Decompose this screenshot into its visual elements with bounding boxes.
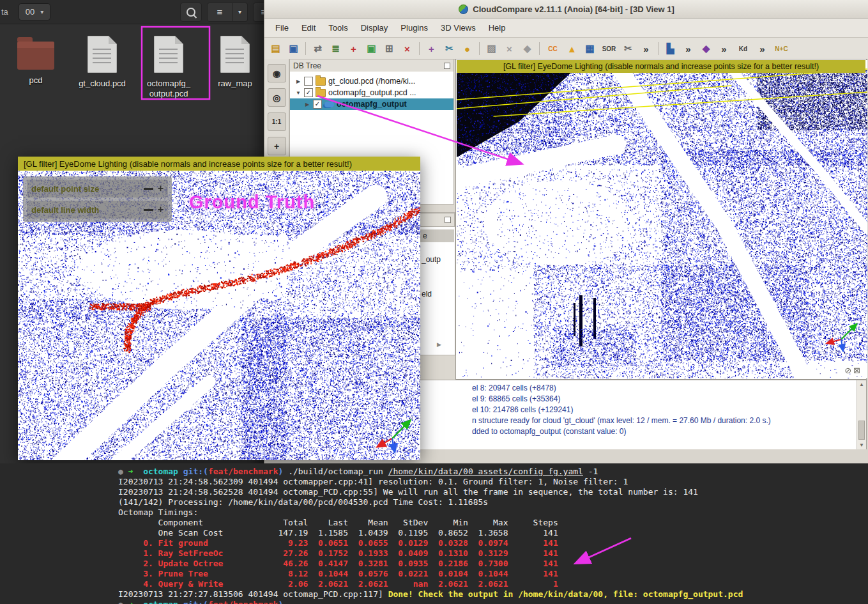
menu-3d-views[interactable]: 3D Views (435, 20, 482, 35)
menu-tools[interactable]: Tools (323, 20, 353, 35)
terminal-window[interactable]: ● ➜ octomap git:(feat/benchmark) ./build… (0, 463, 868, 604)
increase-icon[interactable]: + (158, 205, 164, 215)
console-icon[interactable]: ≣ (328, 41, 344, 57)
terminal-line: Component Total Last Mean StDev Min Max … (118, 518, 868, 528)
axes-gizmo (373, 412, 415, 454)
scroll-up-icon[interactable]: ▲ (857, 380, 866, 389)
hud-label: default point size (31, 184, 139, 194)
terminal-line: ● ➜ octomap git:(feat/benchmark) ./build… (118, 467, 868, 477)
overflow2-icon[interactable]: » (680, 41, 696, 57)
tree-folder-icon (316, 89, 326, 97)
console-scrollbar[interactable]: ▲ ▼ (857, 380, 866, 449)
title-bar[interactable]: CloudCompare v2.11.1 (Anoia) [64-bit] - … (264, 0, 868, 19)
tree-item[interactable]: ▼✓octomapfg_output.pcd ... (290, 87, 453, 98)
kd-tree-icon[interactable]: Kd (734, 41, 752, 57)
normals-icon[interactable]: N+C (772, 41, 791, 57)
global-shift-icon[interactable]: ⇄ (310, 41, 326, 57)
hud-row: default line width+ (27, 201, 168, 219)
menu-display[interactable]: Display (355, 20, 394, 35)
cross-icon[interactable]: × (501, 41, 517, 57)
location-button[interactable]: 00 ▾ (19, 3, 51, 20)
main-3d-view[interactable]: [GL filter] EyeDome Lighting (disable no… (455, 59, 867, 380)
tree-item-label: gt_cloud.pcd (/home/ki... (328, 77, 415, 86)
terminal-line: 0. Fit ground 9.23 0.0651 0.0655 0.0129 … (118, 538, 868, 548)
terminal-line: ● ➜ octomap git:(feat/benchmark) (118, 600, 868, 604)
file-label: octomapfg_ output.pcd (147, 79, 190, 100)
expander-icon[interactable]: ▶ (304, 102, 310, 107)
list-view-button[interactable]: ≡ (207, 3, 232, 22)
point-picking-icon[interactable]: + (423, 41, 439, 57)
cc-plugin-icon[interactable]: CC (544, 41, 562, 57)
canupo-icon[interactable]: ◆ (698, 41, 714, 57)
overflow4-icon[interactable]: » (754, 41, 770, 57)
terminal-line: 4. Query & Write 2.06 2.0621 2.0621 nan … (118, 579, 868, 589)
camera-icon[interactable]: ◉ (268, 64, 286, 82)
delete-icon[interactable]: × (399, 41, 415, 57)
menu-bar: FileEditToolsDisplayPlugins3D ViewsHelp (264, 19, 868, 38)
terminal-line: 1. Ray SetFreeOc 27.26 0.1752 0.1933 0.0… (118, 548, 868, 559)
decrease-icon[interactable] (144, 188, 153, 190)
tree-item-label: octomapfg_output.pcd ... (328, 88, 416, 97)
overflow3-icon[interactable]: » (716, 41, 732, 57)
noise-filter-icon[interactable]: ✂ (620, 41, 636, 57)
scroll-down-icon[interactable]: ▼ (857, 441, 866, 449)
clone-icon[interactable]: ▣ (363, 41, 379, 57)
window-title: CloudCompare v2.11.1 (Anoia) [64-bit] - … (473, 4, 674, 14)
folder-icon (17, 42, 54, 70)
expander-icon[interactable]: ▶ (295, 79, 301, 84)
search-button[interactable] (180, 3, 202, 22)
chevron-down-icon: ▾ (238, 8, 241, 15)
open-icon[interactable]: ▤ (268, 41, 284, 57)
property-fragment: _outp (422, 255, 441, 264)
expander-icon[interactable]: ▼ (295, 90, 301, 96)
tree-item[interactable]: ▶✓octomapfg_output (290, 98, 453, 110)
point-cloud-render[interactable] (457, 60, 867, 378)
menu-plugins[interactable]: Plugins (395, 20, 434, 35)
db-tree-header: DB Tree (289, 59, 454, 73)
tree-item-label: octomapfg_output (337, 100, 407, 109)
add-cloud-icon[interactable]: + (346, 41, 362, 57)
overflow-icon[interactable]: » (638, 41, 654, 57)
visibility-checkbox[interactable] (304, 77, 313, 86)
view-options-button[interactable]: ▾ (232, 3, 248, 22)
sphere-icon[interactable]: ● (459, 41, 475, 57)
undock-icon[interactable] (444, 63, 450, 69)
decrease-icon[interactable] (144, 209, 153, 211)
zoom-fit-icon[interactable]: + (268, 137, 286, 155)
sor-filter-icon[interactable]: SOR (600, 41, 618, 57)
hud-row: default point size+ (27, 180, 168, 197)
toolbar-separator (539, 42, 540, 55)
tree-item[interactable]: ▶gt_cloud.pcd (/home/ki... (290, 75, 453, 87)
file-grid: pcdgt_cloud.pcdoctomapfg_ output.pcdraw_… (0, 24, 264, 100)
menu-edit[interactable]: Edit (296, 20, 321, 35)
merge-icon[interactable]: ⊞ (381, 41, 397, 57)
scroll-thumb[interactable] (858, 421, 865, 440)
checker-icon[interactable]: ▦ (582, 41, 598, 57)
scroll-right-icon[interactable]: ▶ (437, 341, 441, 348)
console-line: dded to octomapfg_output (constant value… (472, 426, 855, 437)
view-corner-toggles-icon[interactable]: ⊘⊠ (844, 366, 862, 375)
app-logo-icon (459, 4, 468, 14)
file-raw-map[interactable]: raw_map (206, 36, 264, 100)
tools-icon[interactable]: ◆ (519, 41, 535, 57)
visibility-checkbox[interactable]: ✓ (304, 88, 313, 97)
save-icon[interactable]: ▣ (286, 41, 301, 57)
main-toolbar: ▤▣⇄≣+▣⊞×+✂●▨×◆CC▲▦SOR✂»▙»◆»Kd»N+C (264, 38, 868, 60)
histogram-icon[interactable]: ▙ (662, 41, 678, 57)
terminal-line: 2. Update Octree 46.26 0.4147 0.3281 0.0… (118, 559, 868, 569)
file-octomapfg[interactable]: octomapfg_ output.pcd (139, 36, 198, 100)
menu-help[interactable]: Help (483, 20, 512, 35)
visibility-checkbox[interactable]: ✓ (313, 100, 322, 109)
rasterize-icon[interactable]: ▲ (564, 41, 580, 57)
menu-file[interactable]: File (270, 20, 294, 35)
toolbar-separator (479, 42, 480, 55)
file-gt-cloud-pcd[interactable]: gt_cloud.pcd (73, 36, 132, 100)
undock-icon[interactable] (445, 217, 451, 223)
increase-icon[interactable]: + (158, 183, 164, 194)
zoom-1-1-icon[interactable]: 1:1 (268, 112, 286, 131)
picture-icon[interactable]: ▨ (483, 41, 499, 57)
segment-icon[interactable]: ✂ (441, 41, 457, 57)
file-pcd[interactable]: pcd (6, 36, 65, 100)
render-screenshot-icon[interactable]: ◎ (268, 88, 286, 107)
ground-truth-3d-view-window[interactable]: [GL filter] EyeDome Lighting (disable no… (18, 157, 420, 460)
